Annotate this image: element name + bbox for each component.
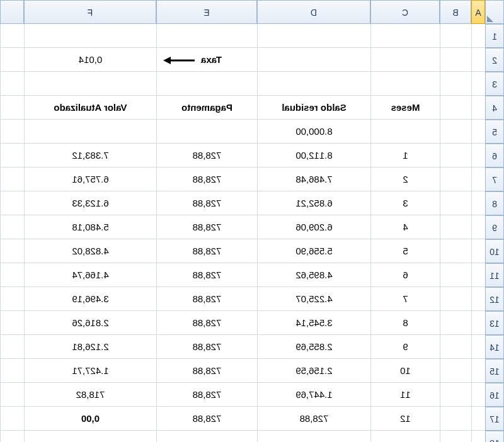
select-all-corner[interactable] bbox=[485, 0, 504, 24]
cell-A4[interactable] bbox=[471, 96, 485, 120]
cell-G3[interactable] bbox=[0, 72, 24, 96]
cell-E7[interactable]: 728,88 bbox=[156, 167, 257, 191]
cell-B5[interactable] bbox=[440, 120, 471, 144]
cell-F17[interactable]: 0,00 bbox=[24, 407, 156, 431]
col-head-C[interactable]: C bbox=[370, 0, 440, 24]
cell-C17[interactable]: 12 bbox=[370, 407, 440, 431]
cell-E6[interactable]: 728,88 bbox=[156, 144, 257, 167]
header-saldo[interactable]: Saldo residual bbox=[257, 96, 370, 120]
cell-F1[interactable] bbox=[24, 24, 156, 48]
cell-A6[interactable] bbox=[471, 144, 485, 167]
col-head-extra[interactable] bbox=[0, 0, 24, 24]
cell-E11[interactable]: 728,88 bbox=[156, 263, 257, 287]
cell-C5[interactable] bbox=[370, 120, 440, 144]
cell-A1[interactable] bbox=[471, 24, 485, 48]
row-head-16[interactable]: 16 bbox=[485, 383, 504, 407]
cell-A13[interactable] bbox=[471, 311, 485, 335]
cell-D16[interactable]: 1.447,69 bbox=[257, 383, 370, 407]
cell-F3[interactable] bbox=[24, 72, 156, 96]
row-head-6[interactable]: 6 bbox=[485, 144, 504, 167]
cell-A18[interactable] bbox=[471, 431, 485, 442]
cell-B4[interactable] bbox=[440, 96, 471, 120]
row-head-7[interactable]: 7 bbox=[485, 167, 504, 191]
cell-C2[interactable] bbox=[370, 48, 440, 72]
row-head-2[interactable]: 2 bbox=[485, 48, 504, 72]
cell-G10[interactable] bbox=[0, 239, 24, 263]
row-head-12[interactable]: 12 bbox=[485, 287, 504, 311]
cell-D18[interactable] bbox=[257, 431, 370, 442]
cell-B16[interactable] bbox=[440, 383, 471, 407]
cell-F10[interactable]: 4.828,02 bbox=[24, 239, 156, 263]
cell-G12[interactable] bbox=[0, 287, 24, 311]
cell-B13[interactable] bbox=[440, 311, 471, 335]
cell-G16[interactable] bbox=[0, 383, 24, 407]
cell-D12[interactable]: 4.225,07 bbox=[257, 287, 370, 311]
cell-G6[interactable] bbox=[0, 144, 24, 167]
cell-G18[interactable] bbox=[0, 431, 24, 442]
cell-B11[interactable] bbox=[440, 263, 471, 287]
cell-F8[interactable]: 6.123,33 bbox=[24, 191, 156, 215]
cell-E8[interactable]: 728,88 bbox=[156, 191, 257, 215]
cell-C1[interactable] bbox=[370, 24, 440, 48]
header-pagamento[interactable]: Pagamento bbox=[156, 96, 257, 120]
spreadsheet-grid[interactable]: ABCDEF12Taxa0,01434MesesSaldo residualPa… bbox=[0, 0, 504, 442]
row-head-11[interactable]: 11 bbox=[485, 263, 504, 287]
cell-D10[interactable]: 5.556,90 bbox=[257, 239, 370, 263]
cell-F9[interactable]: 5.480,18 bbox=[24, 215, 156, 239]
cell-F5[interactable] bbox=[24, 120, 156, 144]
row-head-13[interactable]: 13 bbox=[485, 311, 504, 335]
cell-E1[interactable] bbox=[156, 24, 257, 48]
cell-D11[interactable]: 4.895,62 bbox=[257, 263, 370, 287]
cell-B18[interactable] bbox=[440, 431, 471, 442]
cell-D14[interactable]: 2.855,69 bbox=[257, 335, 370, 359]
cell-B14[interactable] bbox=[440, 335, 471, 359]
cell-E9[interactable]: 728,88 bbox=[156, 215, 257, 239]
cell-A16[interactable] bbox=[471, 383, 485, 407]
cell-A17[interactable] bbox=[471, 407, 485, 431]
cell-F11[interactable]: 4.166,74 bbox=[24, 263, 156, 287]
cell-C11[interactable]: 6 bbox=[370, 263, 440, 287]
cell-A12[interactable] bbox=[471, 287, 485, 311]
taxa-label-cell[interactable]: Taxa bbox=[156, 48, 257, 72]
row-head-8[interactable]: 8 bbox=[485, 191, 504, 215]
col-head-E[interactable]: E bbox=[156, 0, 257, 24]
cell-G8[interactable] bbox=[0, 191, 24, 215]
cell-D6[interactable]: 8.112,00 bbox=[257, 144, 370, 167]
header-valor[interactable]: Valor Atualizado bbox=[24, 96, 156, 120]
cell-G11[interactable] bbox=[0, 263, 24, 287]
cell-C16[interactable]: 11 bbox=[370, 383, 440, 407]
header-meses[interactable]: Meses bbox=[370, 96, 440, 120]
cell-D15[interactable]: 2.156,59 bbox=[257, 359, 370, 383]
cell-F12[interactable]: 3.496,19 bbox=[24, 287, 156, 311]
row-head-1[interactable]: 1 bbox=[485, 24, 504, 48]
cell-C3[interactable] bbox=[370, 72, 440, 96]
cell-D3[interactable] bbox=[257, 72, 370, 96]
cell-C15[interactable]: 10 bbox=[370, 359, 440, 383]
row-head-15[interactable]: 15 bbox=[485, 359, 504, 383]
cell-B8[interactable] bbox=[440, 191, 471, 215]
cell-B6[interactable] bbox=[440, 144, 471, 167]
row-head-10[interactable]: 10 bbox=[485, 239, 504, 263]
cell-D13[interactable]: 3.545,14 bbox=[257, 311, 370, 335]
cell-A9[interactable] bbox=[471, 215, 485, 239]
cell-A14[interactable] bbox=[471, 335, 485, 359]
col-head-B[interactable]: B bbox=[440, 0, 471, 24]
cell-B12[interactable] bbox=[440, 287, 471, 311]
cell-E13[interactable]: 728,88 bbox=[156, 311, 257, 335]
cell-D8[interactable]: 6.852,21 bbox=[257, 191, 370, 215]
cell-E3[interactable] bbox=[156, 72, 257, 96]
cell-F18[interactable] bbox=[24, 431, 156, 442]
cell-F13[interactable]: 2.816,26 bbox=[24, 311, 156, 335]
cell-C8[interactable]: 3 bbox=[370, 191, 440, 215]
cell-A5[interactable] bbox=[471, 120, 485, 144]
cell-B1[interactable] bbox=[440, 24, 471, 48]
row-head-4[interactable]: 4 bbox=[485, 96, 504, 120]
cell-G14[interactable] bbox=[0, 335, 24, 359]
cell-B2[interactable] bbox=[440, 48, 471, 72]
cell-A2[interactable] bbox=[471, 48, 485, 72]
cell-F7[interactable]: 6.757,61 bbox=[24, 167, 156, 191]
row-head-5[interactable]: 5 bbox=[485, 120, 504, 144]
row-head-14[interactable]: 14 bbox=[485, 335, 504, 359]
cell-C10[interactable]: 5 bbox=[370, 239, 440, 263]
cell-E5[interactable] bbox=[156, 120, 257, 144]
